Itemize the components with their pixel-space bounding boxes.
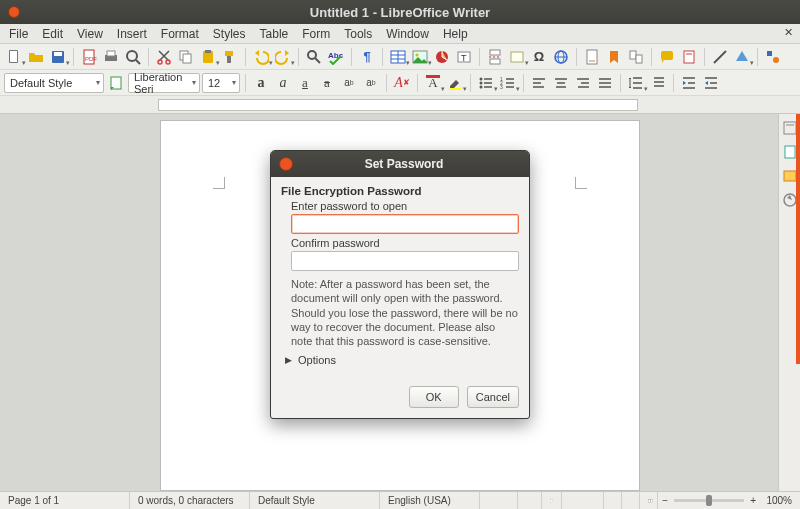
confirm-password-label: Confirm password [291, 237, 519, 249]
password-note: Note: After a password has been set, the… [291, 277, 519, 348]
ok-button[interactable]: OK [409, 386, 459, 408]
options-expander[interactable]: ▶ Options [285, 354, 519, 366]
cancel-button[interactable]: Cancel [467, 386, 519, 408]
dialog-title: Set Password [301, 157, 507, 171]
dialog-close-icon[interactable] [279, 157, 293, 171]
modal-overlay: Set Password File Encryption Password En… [0, 0, 800, 509]
dialog-titlebar: Set Password [271, 151, 529, 177]
enter-password-input[interactable] [291, 214, 519, 234]
group-title: File Encryption Password [281, 185, 519, 197]
enter-password-label: Enter password to open [291, 200, 519, 212]
confirm-password-input[interactable] [291, 251, 519, 271]
chevron-right-icon: ▶ [285, 355, 292, 365]
dialog-body: File Encryption Password Enter password … [271, 177, 529, 376]
set-password-dialog: Set Password File Encryption Password En… [270, 150, 530, 419]
dialog-button-row: OK Cancel [271, 376, 529, 418]
options-label: Options [298, 354, 336, 366]
